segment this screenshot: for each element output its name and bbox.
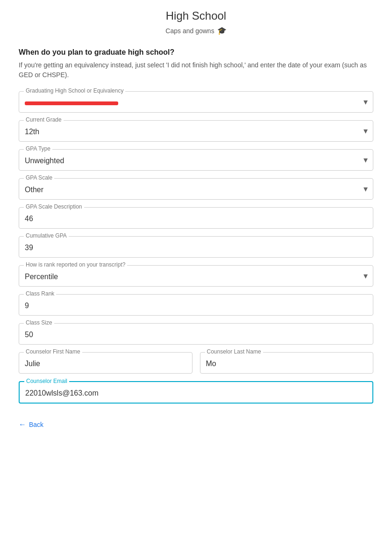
back-label: Back [29,421,43,428]
gpa-type-label: GPA Type [24,145,52,152]
class-rank-wrapper[interactable]: Class Rank 9 [19,294,373,316]
class-size-label: Class Size [24,319,54,326]
current-grade-wrapper[interactable]: Current Grade 12th [19,120,373,142]
gpa-type-field: GPA Type Unweighted ▾ [19,149,373,171]
current-grade-field: Current Grade 12th ▾ [19,120,373,142]
gpa-type-dropdown[interactable]: GPA Type Unweighted ▾ [19,149,373,171]
graduating-hs-dropdown[interactable]: Graduating High School or Equivalency ▾ [19,91,373,113]
gpa-scale-wrapper[interactable]: GPA Scale Other [19,178,373,200]
counselor-email-label: Counselor Email [24,378,69,384]
gpa-scale-field: GPA Scale Other ▾ [19,178,373,200]
back-button[interactable]: ← Back [19,420,43,429]
counselor-last-name-field: Counselor Last Name Mo [200,352,374,374]
class-rank-field: Class Rank 9 [19,294,373,316]
counselor-email-wrapper[interactable]: Counselor Email 22010wlsls@163.com [19,381,373,404]
class-size-field: Class Size 50 [19,323,373,345]
class-size-value: 50 [25,327,367,340]
graduating-hs-wrapper[interactable]: Graduating High School or Equivalency [19,91,373,113]
graduation-cap-icon: 🎓 [217,26,227,35]
counselor-name-row: Counselor First Name Julie Counselor Las… [19,352,373,381]
graduating-hs-label: Graduating High School or Equivalency [24,87,125,94]
subtitle-text: Caps and gowns [165,27,214,35]
gpa-scale-desc-label: GPA Scale Description [24,203,84,210]
counselor-last-name-value: Mo [206,356,368,369]
counselor-last-name-label: Counselor Last Name [205,348,263,355]
gpa-scale-desc-value: 46 [25,211,367,224]
graduating-hs-value [25,95,356,108]
page-title: High School [19,9,373,22]
rank-reported-value: Percentile [25,269,356,282]
current-grade-label: Current Grade [24,116,64,123]
counselor-email-value: 22010wlsls@163.com [25,386,367,399]
graduating-hs-field: Graduating High School or Equivalency ▾ [19,91,373,113]
counselor-first-name-label: Counselor First Name [24,348,82,355]
redacted-bar [25,101,118,105]
rank-reported-wrapper[interactable]: How is rank reported on your transcript?… [19,265,373,287]
counselor-first-name-value: Julie [25,356,186,369]
rank-reported-field: How is rank reported on your transcript?… [19,265,373,287]
current-grade-value: 12th [25,124,356,137]
current-grade-dropdown[interactable]: Current Grade 12th ▾ [19,120,373,142]
cumulative-gpa-wrapper[interactable]: Cumulative GPA 39 [19,236,373,258]
counselor-first-name-field: Counselor First Name Julie [19,352,192,374]
rank-reported-label: How is rank reported on your transcript? [24,261,127,268]
gpa-type-wrapper[interactable]: GPA Type Unweighted [19,149,373,171]
back-arrow-icon: ← [19,420,26,429]
cumulative-gpa-value: 39 [25,240,367,253]
class-size-wrapper[interactable]: Class Size 50 [19,323,373,345]
gpa-scale-dropdown[interactable]: GPA Scale Other ▾ [19,178,373,200]
question-desc: If you're getting an equivalency instead… [19,60,373,80]
cumulative-gpa-field: Cumulative GPA 39 [19,236,373,258]
question-title: When do you plan to graduate high school… [19,48,373,57]
cumulative-gpa-label: Cumulative GPA [24,232,69,239]
gpa-scale-desc-wrapper[interactable]: GPA Scale Description 46 [19,207,373,229]
counselor-email-field: Counselor Email 22010wlsls@163.com [19,381,373,404]
class-rank-label: Class Rank [24,290,56,297]
gpa-scale-value: Other [25,182,356,195]
counselor-first-name-wrapper[interactable]: Counselor First Name Julie [19,352,192,374]
class-rank-value: 9 [25,298,367,311]
gpa-scale-desc-field: GPA Scale Description 46 [19,207,373,229]
counselor-last-name-wrapper[interactable]: Counselor Last Name Mo [200,352,374,374]
rank-reported-dropdown[interactable]: How is rank reported on your transcript?… [19,265,373,287]
gpa-type-value: Unweighted [25,153,356,166]
subtitle: Caps and gowns 🎓 [19,26,373,35]
gpa-scale-label: GPA Scale [24,174,54,181]
